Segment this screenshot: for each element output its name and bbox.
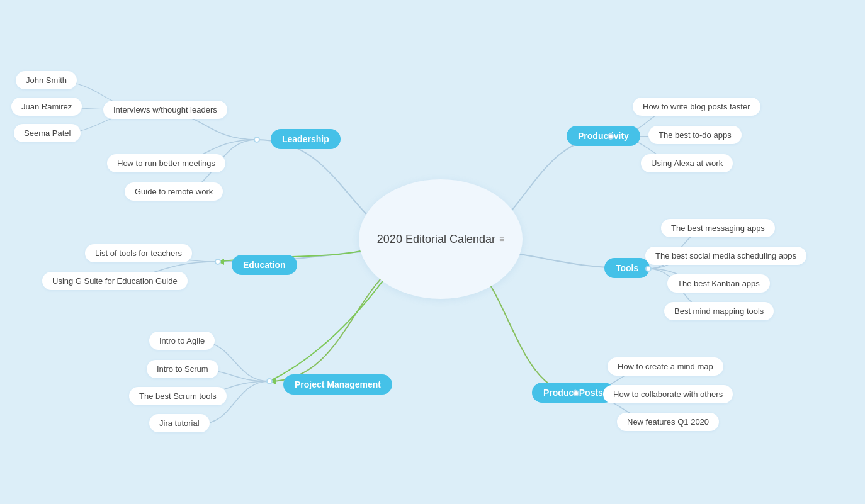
leaf-education-0[interactable]: List of tools for teachers [85, 244, 192, 262]
subleaf-leadership-2[interactable]: Seema Patel [14, 124, 81, 142]
leaf-project-management-3[interactable]: Jira tutorial [149, 414, 210, 432]
leaf-tools-0[interactable]: The best messaging apps [661, 219, 775, 237]
branch-education[interactable]: Education [232, 255, 297, 275]
mind-map-container: 2020 Editorial Calendar ≡ LeadershipInte… [0, 0, 865, 504]
leaf-leadership-2[interactable]: Guide to remote work [125, 182, 223, 201]
leaf-product-posts-1[interactable]: How to collaborate with others [603, 385, 733, 403]
dot-product-posts [573, 390, 579, 396]
dot-leadership [254, 137, 260, 143]
leaf-project-management-2[interactable]: The best Scrum tools [129, 387, 227, 405]
leaf-project-management-0[interactable]: Intro to Agile [149, 332, 215, 350]
leaf-product-posts-0[interactable]: How to create a mind map [608, 357, 723, 376]
dot-education [215, 259, 221, 265]
leaf-product-posts-2[interactable]: New features Q1 2020 [617, 413, 719, 431]
leaf-leadership-0[interactable]: Interviews w/thought leaders [103, 101, 227, 119]
leaf-leadership-1[interactable]: How to run better meetings [107, 154, 225, 172]
center-title: 2020 Editorial Calendar [377, 233, 495, 246]
dot-productivity [608, 133, 614, 140]
center-node[interactable]: 2020 Editorial Calendar ≡ [359, 179, 523, 299]
subleaf-leadership-0[interactable]: John Smith [16, 71, 77, 89]
dot-project-management [266, 378, 273, 384]
dot-tools [645, 266, 652, 272]
leaf-tools-3[interactable]: Best mind mapping tools [664, 302, 774, 320]
subleaf-leadership-1[interactable]: Juan Ramirez [11, 98, 82, 116]
leaf-tools-1[interactable]: The best social media scheduling apps [645, 247, 806, 265]
branch-project-management[interactable]: Project Management [283, 374, 392, 395]
leaf-productivity-1[interactable]: The best to-do apps [648, 126, 742, 144]
branch-tools[interactable]: Tools [604, 258, 650, 278]
branch-leadership[interactable]: Leadership [271, 129, 341, 149]
branch-productivity[interactable]: Productivity [567, 126, 640, 146]
leaf-project-management-1[interactable]: Intro to Scrum [147, 360, 218, 378]
leaf-productivity-0[interactable]: How to write blog posts faster [633, 98, 760, 116]
leaf-education-1[interactable]: Using G Suite for Education Guide [42, 272, 188, 290]
leaf-tools-2[interactable]: The best Kanban apps [667, 274, 770, 293]
leaf-productivity-2[interactable]: Using Alexa at work [641, 154, 733, 172]
center-icon: ≡ [499, 234, 504, 244]
